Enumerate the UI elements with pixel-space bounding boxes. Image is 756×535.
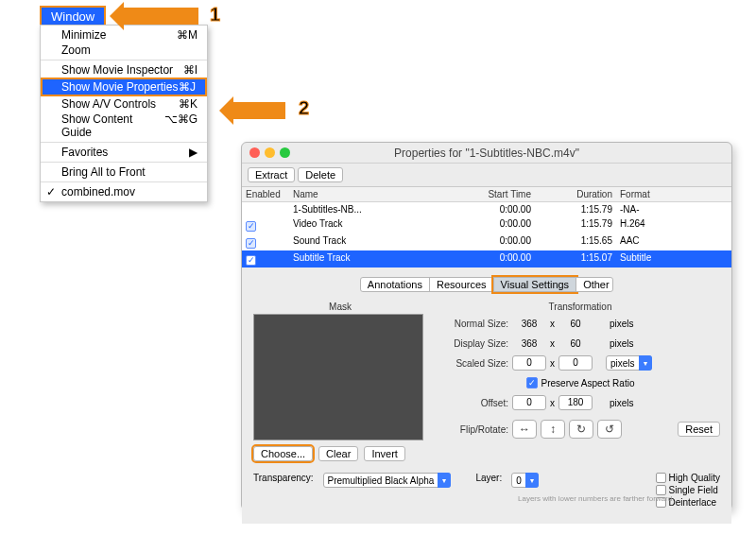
tab-other[interactable]: Other — [576, 277, 613, 292]
tab-bar: Annotations Resources Visual Settings Ot… — [253, 277, 720, 292]
menu-show-content-guide[interactable]: Show Content Guide⌥⌘G — [41, 112, 207, 140]
mask-preview — [253, 314, 423, 440]
flip-horizontal-button[interactable]: ↔ — [512, 420, 537, 439]
table-row[interactable]: ✓ Subtitle Track 0:00.00 1:15.07 Subtitl… — [242, 250, 731, 268]
preserve-aspect-checkbox[interactable]: ✓ — [526, 377, 538, 388]
enabled-checkbox[interactable]: ✓ — [246, 238, 256, 249]
col-format[interactable]: Format — [616, 187, 711, 201]
minimize-icon[interactable] — [265, 147, 275, 158]
high-quality-label: High Quality — [669, 473, 720, 483]
cell-name: Sound Track — [289, 233, 440, 250]
menu-shortcut: ⌘K — [179, 97, 198, 111]
layer-helper-text: Layers with lower numbers are farther fo… — [518, 494, 674, 503]
callout-number-1: 1 — [210, 5, 220, 24]
scaled-unit-select[interactable]: pixels▾ — [606, 355, 652, 371]
chevron-updown-icon: ▾ — [438, 473, 451, 488]
cell-format: AAC — [616, 233, 711, 250]
select-value: 0 — [516, 475, 522, 486]
menu-zoom[interactable]: Zoom — [41, 43, 207, 58]
cell-format: -NA- — [616, 202, 711, 216]
titlebar: Properties for "1-Subtitles-NBC.m4v" — [242, 143, 731, 164]
menu-combined-mov[interactable]: combined.mov — [41, 184, 207, 199]
extract-button[interactable]: Extract — [248, 167, 295, 182]
clear-mask-button[interactable]: Clear — [318, 446, 358, 461]
stepper-icon: ▾ — [525, 473, 539, 488]
x-separator: x — [550, 338, 555, 349]
transformation-label: Transformation — [440, 302, 720, 312]
menu-show-inspector[interactable]: Show Movie Inspector⌘I — [41, 62, 207, 78]
menu-label: Zoom — [61, 43, 91, 57]
close-icon[interactable] — [249, 147, 260, 158]
menu-shortcut: ⌥⌘G — [164, 112, 198, 139]
tab-resources[interactable]: Resources — [429, 277, 494, 292]
tracks-table: Enabled Name Start Time Duration Format … — [242, 186, 731, 268]
chevron-updown-icon: ▾ — [639, 355, 652, 371]
callout-arrow-1-icon — [123, 8, 198, 25]
scaled-width-field[interactable]: 0 — [512, 355, 546, 371]
normal-size-label: Normal Size: — [440, 319, 508, 329]
choose-mask-button[interactable]: Choose... — [253, 446, 313, 461]
tab-visual-settings[interactable]: Visual Settings — [493, 277, 577, 292]
high-quality-checkbox[interactable] — [656, 473, 666, 483]
tab-annotations[interactable]: Annotations — [360, 277, 430, 292]
zoom-icon[interactable] — [280, 147, 290, 158]
offset-x-field[interactable]: 0 — [512, 395, 546, 410]
layer-label: Layer: — [475, 473, 502, 483]
menu-label: Show Movie Inspector — [61, 63, 173, 77]
menu-show-av-controls[interactable]: Show A/V Controls⌘K — [41, 96, 207, 112]
menu-label: Minimize — [61, 28, 106, 42]
display-size-label: Display Size: — [440, 338, 508, 349]
table-header: Enabled Name Start Time Duration Format — [242, 187, 731, 202]
mask-label: Mask — [253, 302, 427, 312]
flip-vertical-button[interactable]: ↕ — [541, 420, 565, 439]
callout-number-2: 2 — [299, 98, 309, 117]
rotate-cw-button[interactable]: ↻ — [569, 420, 593, 439]
traffic-lights — [249, 147, 290, 158]
menu-shortcut: ⌘I — [183, 63, 198, 77]
reset-button[interactable]: Reset — [678, 422, 720, 437]
transparency-select[interactable]: Premultiplied Black Alpha▾ — [323, 473, 452, 488]
col-duration[interactable]: Duration — [535, 187, 616, 201]
single-field-label: Single Field — [669, 485, 718, 495]
invert-mask-button[interactable]: Invert — [364, 446, 405, 461]
menu-show-properties[interactable]: Show Movie Properties⌘J — [41, 78, 207, 96]
scaled-size-label: Scaled Size: — [440, 358, 508, 369]
enabled-checkbox[interactable]: ✓ — [246, 221, 256, 232]
menu-label: Bring All to Front — [61, 165, 146, 179]
properties-window: Properties for "1-Subtitles-NBC.m4v" Ext… — [241, 142, 732, 510]
layer-stepper[interactable]: 0▾ — [511, 473, 539, 488]
transparency-label: Transparency: — [253, 473, 314, 483]
delete-button[interactable]: Delete — [298, 167, 343, 182]
col-start[interactable]: Start Time — [440, 187, 535, 201]
preserve-aspect-label: Preserve Aspect Ratio — [541, 378, 635, 388]
menu-favorites[interactable]: Favorites▶ — [41, 145, 207, 160]
normal-width: 368 — [512, 319, 546, 329]
menu-bring-all-to-front[interactable]: Bring All to Front — [41, 164, 207, 180]
menu-minimize[interactable]: Minimize⌘M — [41, 27, 207, 43]
cell-duration: 1:15.79 — [535, 202, 616, 216]
col-enabled[interactable]: Enabled — [242, 187, 289, 201]
table-row[interactable]: ✓ Sound Track 0:00.00 1:15.65 AAC — [242, 233, 731, 250]
rotate-ccw-button[interactable]: ↺ — [597, 420, 622, 439]
offset-y-field[interactable]: 180 — [558, 395, 593, 410]
display-width: 368 — [512, 338, 546, 349]
cell-duration: 1:15.79 — [535, 216, 616, 233]
menu-label: Show A/V Controls — [61, 97, 156, 111]
menu-separator — [41, 162, 207, 163]
menu-separator — [41, 142, 207, 143]
select-value: Premultiplied Black Alpha — [328, 475, 435, 486]
col-name[interactable]: Name — [289, 187, 440, 201]
menu-separator — [41, 181, 207, 182]
menu-label: combined.mov — [61, 185, 135, 198]
table-row[interactable]: 1-Subtitles-NB... 0:00.00 1:15.79 -NA- — [242, 202, 731, 216]
offset-label: Offset: — [440, 398, 508, 408]
table-row[interactable]: ✓ Video Track 0:00.00 1:15.79 H.264 — [242, 216, 731, 233]
toolbar: Extract Delete — [242, 164, 731, 186]
enabled-checkbox[interactable]: ✓ — [246, 255, 256, 266]
cell-start: 0:00.00 — [440, 216, 535, 233]
menu-label: Favorites — [61, 146, 108, 159]
pixels-label: pixels — [610, 398, 634, 408]
cell-name: Subtitle Track — [289, 250, 440, 268]
submenu-arrow-icon: ▶ — [189, 146, 198, 159]
scaled-height-field[interactable]: 0 — [558, 355, 593, 371]
